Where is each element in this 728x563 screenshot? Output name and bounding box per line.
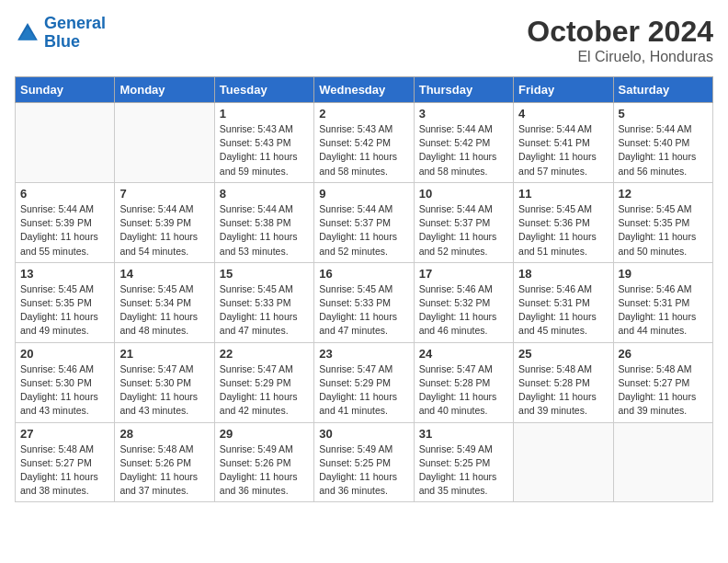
calendar-header-row: SundayMondayTuesdayWednesdayThursdayFrid… xyxy=(16,77,713,103)
calendar-week-row: 27Sunrise: 5:48 AMSunset: 5:27 PMDayligh… xyxy=(16,422,713,502)
day-number: 22 xyxy=(220,347,309,361)
day-number: 9 xyxy=(319,187,408,201)
day-info: Sunrise: 5:43 AMSunset: 5:42 PMDaylight:… xyxy=(319,122,408,178)
day-info: Sunrise: 5:49 AMSunset: 5:26 PMDaylight:… xyxy=(220,442,309,499)
calendar-day-cell: 2Sunrise: 5:43 AMSunset: 5:42 PMDaylight… xyxy=(314,103,414,183)
calendar-day-cell: 12Sunrise: 5:45 AMSunset: 5:35 PMDayligh… xyxy=(613,182,712,262)
day-number: 11 xyxy=(518,187,608,201)
day-number: 3 xyxy=(419,107,508,121)
day-of-week-header: Monday xyxy=(115,77,214,103)
calendar-week-row: 20Sunrise: 5:46 AMSunset: 5:30 PMDayligh… xyxy=(16,342,713,422)
day-info: Sunrise: 5:43 AMSunset: 5:43 PMDaylight:… xyxy=(220,122,309,178)
calendar-day-cell: 14Sunrise: 5:45 AMSunset: 5:34 PMDayligh… xyxy=(115,262,214,342)
day-info: Sunrise: 5:45 AMSunset: 5:35 PMDaylight:… xyxy=(20,282,109,339)
day-number: 10 xyxy=(419,187,508,201)
day-number: 2 xyxy=(319,107,408,121)
day-number: 5 xyxy=(619,107,708,121)
logo-text: General Blue xyxy=(44,15,106,52)
day-number: 25 xyxy=(518,347,608,361)
day-info: Sunrise: 5:44 AMSunset: 5:40 PMDaylight:… xyxy=(619,122,708,178)
calendar-week-row: 13Sunrise: 5:45 AMSunset: 5:35 PMDayligh… xyxy=(16,262,713,342)
day-info: Sunrise: 5:44 AMSunset: 5:37 PMDaylight:… xyxy=(319,202,408,259)
day-number: 18 xyxy=(518,267,608,281)
location: El Ciruelo, Honduras xyxy=(527,49,713,65)
calendar-day-cell: 15Sunrise: 5:45 AMSunset: 5:33 PMDayligh… xyxy=(214,262,313,342)
day-number: 13 xyxy=(20,267,109,281)
calendar-day-cell: 3Sunrise: 5:44 AMSunset: 5:42 PMDaylight… xyxy=(414,103,513,183)
day-number: 24 xyxy=(419,347,508,361)
day-number: 14 xyxy=(119,267,209,281)
day-number: 27 xyxy=(20,427,109,441)
day-number: 6 xyxy=(20,187,109,201)
day-number: 20 xyxy=(20,347,109,361)
calendar-day-cell: 23Sunrise: 5:47 AMSunset: 5:29 PMDayligh… xyxy=(314,342,414,422)
calendar-day-cell: 16Sunrise: 5:45 AMSunset: 5:33 PMDayligh… xyxy=(314,262,414,342)
calendar-day-cell: 24Sunrise: 5:47 AMSunset: 5:28 PMDayligh… xyxy=(414,342,513,422)
calendar-day-cell: 5Sunrise: 5:44 AMSunset: 5:40 PMDaylight… xyxy=(613,103,712,183)
day-number: 23 xyxy=(319,347,408,361)
day-info: Sunrise: 5:44 AMSunset: 5:38 PMDaylight:… xyxy=(220,202,309,259)
day-info: Sunrise: 5:45 AMSunset: 5:34 PMDaylight:… xyxy=(119,282,209,339)
calendar-day-cell: 30Sunrise: 5:49 AMSunset: 5:25 PMDayligh… xyxy=(314,422,414,502)
month-title: October 2024 xyxy=(527,15,713,49)
day-of-week-header: Friday xyxy=(514,77,613,103)
calendar-day-cell: 11Sunrise: 5:45 AMSunset: 5:36 PMDayligh… xyxy=(514,182,613,262)
calendar-day-cell: 22Sunrise: 5:47 AMSunset: 5:29 PMDayligh… xyxy=(214,342,313,422)
day-info: Sunrise: 5:44 AMSunset: 5:39 PMDaylight:… xyxy=(119,202,209,259)
day-number: 17 xyxy=(419,267,508,281)
page-header: General Blue October 2024 El Ciruelo, Ho… xyxy=(15,15,713,65)
day-number: 19 xyxy=(619,267,708,281)
day-info: Sunrise: 5:49 AMSunset: 5:25 PMDaylight:… xyxy=(319,442,408,499)
day-info: Sunrise: 5:46 AMSunset: 5:32 PMDaylight:… xyxy=(419,282,508,339)
logo-line1: General xyxy=(44,14,106,32)
logo: General Blue xyxy=(15,15,106,52)
day-of-week-header: Thursday xyxy=(414,77,513,103)
day-info: Sunrise: 5:49 AMSunset: 5:25 PMDaylight:… xyxy=(419,442,508,499)
calendar-day-cell: 1Sunrise: 5:43 AMSunset: 5:43 PMDaylight… xyxy=(214,103,313,183)
day-of-week-header: Wednesday xyxy=(314,77,414,103)
day-number: 26 xyxy=(619,347,708,361)
day-number: 1 xyxy=(220,107,309,121)
day-info: Sunrise: 5:48 AMSunset: 5:26 PMDaylight:… xyxy=(119,442,209,499)
logo-line2: Blue xyxy=(44,32,80,51)
day-info: Sunrise: 5:46 AMSunset: 5:31 PMDaylight:… xyxy=(619,282,708,339)
day-info: Sunrise: 5:47 AMSunset: 5:29 PMDaylight:… xyxy=(319,362,408,419)
day-number: 31 xyxy=(419,427,508,441)
day-number: 16 xyxy=(319,267,408,281)
calendar-day-cell: 29Sunrise: 5:49 AMSunset: 5:26 PMDayligh… xyxy=(214,422,313,502)
day-of-week-header: Sunday xyxy=(16,77,115,103)
calendar-day-cell xyxy=(115,103,214,183)
day-of-week-header: Tuesday xyxy=(214,77,313,103)
day-info: Sunrise: 5:44 AMSunset: 5:37 PMDaylight:… xyxy=(419,202,508,259)
calendar-day-cell: 18Sunrise: 5:46 AMSunset: 5:31 PMDayligh… xyxy=(514,262,613,342)
day-number: 29 xyxy=(220,427,309,441)
day-number: 28 xyxy=(119,427,209,441)
day-number: 15 xyxy=(220,267,309,281)
calendar-day-cell: 25Sunrise: 5:48 AMSunset: 5:28 PMDayligh… xyxy=(514,342,613,422)
title-block: October 2024 El Ciruelo, Honduras xyxy=(527,15,713,65)
calendar-day-cell: 10Sunrise: 5:44 AMSunset: 5:37 PMDayligh… xyxy=(414,182,513,262)
day-info: Sunrise: 5:45 AMSunset: 5:33 PMDaylight:… xyxy=(220,282,309,339)
day-info: Sunrise: 5:45 AMSunset: 5:33 PMDaylight:… xyxy=(319,282,408,339)
calendar-day-cell: 6Sunrise: 5:44 AMSunset: 5:39 PMDaylight… xyxy=(16,182,115,262)
logo-icon xyxy=(15,20,40,46)
calendar-day-cell: 28Sunrise: 5:48 AMSunset: 5:26 PMDayligh… xyxy=(115,422,214,502)
day-number: 21 xyxy=(119,347,209,361)
calendar-day-cell: 9Sunrise: 5:44 AMSunset: 5:37 PMDaylight… xyxy=(314,182,414,262)
day-info: Sunrise: 5:46 AMSunset: 5:31 PMDaylight:… xyxy=(518,282,608,339)
calendar-day-cell: 27Sunrise: 5:48 AMSunset: 5:27 PMDayligh… xyxy=(16,422,115,502)
day-info: Sunrise: 5:44 AMSunset: 5:39 PMDaylight:… xyxy=(20,202,109,259)
calendar-week-row: 6Sunrise: 5:44 AMSunset: 5:39 PMDaylight… xyxy=(16,182,713,262)
day-number: 4 xyxy=(518,107,608,121)
day-info: Sunrise: 5:45 AMSunset: 5:36 PMDaylight:… xyxy=(518,202,608,259)
calendar-day-cell: 7Sunrise: 5:44 AMSunset: 5:39 PMDaylight… xyxy=(115,182,214,262)
day-info: Sunrise: 5:47 AMSunset: 5:30 PMDaylight:… xyxy=(119,362,209,419)
calendar-day-cell xyxy=(613,422,712,502)
day-info: Sunrise: 5:45 AMSunset: 5:35 PMDaylight:… xyxy=(619,202,708,259)
calendar-week-row: 1Sunrise: 5:43 AMSunset: 5:43 PMDaylight… xyxy=(16,103,713,183)
day-info: Sunrise: 5:44 AMSunset: 5:41 PMDaylight:… xyxy=(518,122,608,178)
calendar-day-cell: 19Sunrise: 5:46 AMSunset: 5:31 PMDayligh… xyxy=(613,262,712,342)
calendar-table: SundayMondayTuesdayWednesdayThursdayFrid… xyxy=(15,76,713,502)
calendar-day-cell xyxy=(514,422,613,502)
calendar-day-cell: 17Sunrise: 5:46 AMSunset: 5:32 PMDayligh… xyxy=(414,262,513,342)
